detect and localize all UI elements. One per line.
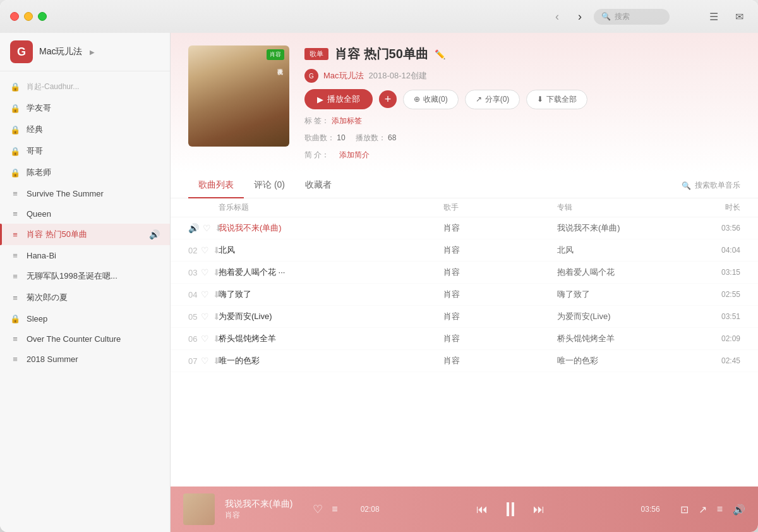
song-row-4[interactable]: 04 ♡ ⬇ 嗨了致了 肖容 嗨了致了 02:55 [171,284,758,306]
forward-button[interactable]: › [571,8,589,25]
song-number-4: 04 ♡ ⬇ [188,289,219,299]
song-row-2[interactable]: 02 ♡ ⬇ 北风 肖容 北风 04:04 [171,239,758,262]
like-icon[interactable]: ♡ [201,245,209,255]
song-title-7: 唯一的色彩 [219,355,260,366]
share-button[interactable]: ↗ 分享(0) [465,90,520,109]
like-button[interactable]: ♡ [313,502,323,516]
menu-button[interactable]: ☰ [705,8,723,25]
volume-button[interactable]: 🔊 [733,504,745,516]
playlist-icon: ≡ [10,250,20,260]
like-icon[interactable]: ♡ [201,267,209,277]
sidebar-item-label: 哥哥 [27,145,160,157]
col-artist: 歌手 [443,202,557,213]
sidebar-item-0[interactable]: 🔒 肖起-Caudhur... [0,76,170,97]
song-row-3[interactable]: 03 ♡ ⬇ 抱着爱人喝个花 ··· 肖容 抱着爱人喝个花 03:15 [171,262,758,284]
lyrics-button[interactable]: ⊡ [680,504,689,516]
song-actions-4: ♡ ⬇ [201,289,220,299]
download-button[interactable]: ⬇ 下载全部 [526,90,587,109]
song-duration-6: 02:09 [696,334,740,343]
tab-collectors[interactable]: 收藏者 [295,173,342,198]
next-button[interactable]: ⏭ [533,503,544,516]
add-tag-link[interactable]: 添加标签 [332,116,362,125]
song-artist-1: 肖容 [443,222,557,234]
playlist-meta: 标 签： 添加标签 [304,116,740,126]
pause-button[interactable]: ⏸ [500,498,520,521]
player-right-controls: ⊡ ↗ ≡ 🔊 [680,504,745,516]
sidebar-item-11[interactable]: 🔒 Sleep [0,308,170,329]
tag-label: 标 签： 添加标签 [304,116,362,126]
song-title-cell-5: 为爱而安(Live) [219,311,443,322]
sidebar-item-10[interactable]: ≡ 菊次郎の夏 [0,287,170,308]
sidebar-item-12[interactable]: ≡ Over The Counter Culture [0,329,170,349]
sidebar-item-5[interactable]: ≡ Survive The Summer [0,183,170,203]
creator-name[interactable]: Mac玩儿法 [323,70,364,82]
creator-avatar: G [304,69,318,83]
minimize-button[interactable] [24,12,33,21]
sidebar-item-2[interactable]: 🔒 经典 [0,119,170,140]
like-icon[interactable]: ♡ [203,223,211,233]
playlist-header: 肖容 夜说我不来 歌单 肖容 热门50单曲 ✏️ G Mac玩儿法 2018-0… [171,33,758,173]
song-album-4: 嗨了致了 [557,289,696,300]
tab-comments[interactable]: 评论 (0) [244,173,295,198]
tab-songs[interactable]: 歌曲列表 [188,173,244,198]
sidebar-item-label: 无聊军队1998圣诞在嗯... [27,270,160,282]
edit-icon[interactable]: ✏️ [435,49,445,59]
tabs-bar: 歌曲列表 评论 (0) 收藏者 🔍 搜索歌单音乐 [171,173,758,198]
lock-icon: 🔒 [10,103,20,113]
collect-button[interactable]: ⊕ 收藏(0) [403,90,459,109]
playlist-icon: ≡ [10,209,20,219]
like-icon[interactable]: ♡ [201,289,209,299]
back-button[interactable]: ‹ [548,8,566,25]
sidebar-item-4[interactable]: 🔒 陈老师 [0,162,170,183]
sidebar-item-6[interactable]: ≡ Queen [0,203,170,224]
lock-icon: 🔒 [10,167,20,178]
maximize-button[interactable] [38,12,47,21]
player-info: 我说我不来(单曲) 肖容 [225,499,292,521]
sidebar-item-7[interactable]: ≡ 肖容 热门50单曲 🔊 [0,224,170,245]
song-row-1[interactable]: 🔊 ♡ ⬇ 我说我不来(单曲) 肖容 我说我不来(单曲) 03:56 [171,217,758,239]
close-button[interactable] [10,12,19,21]
like-icon[interactable]: ♡ [201,311,209,322]
sidebar-item-1[interactable]: 🔒 学友哥 [0,97,170,119]
add-button[interactable]: + [379,90,397,108]
add-desc-link[interactable]: 添加简介 [339,150,370,160]
sidebar-item-13[interactable]: ≡ 2018 Summer [0,349,170,369]
search-box[interactable]: 🔍 搜索 [594,9,670,25]
playlist-button[interactable]: ≡ [332,504,337,515]
tabs-search[interactable]: 🔍 搜索歌单音乐 [682,180,740,191]
titlebar: ‹ › 🔍 搜索 ☰ ✉ [0,0,758,33]
song-actions-2: ♡ ⬇ [201,245,220,255]
song-number-6: 06 ♡ ⬇ [188,334,219,344]
share-button[interactable]: ↗ [699,504,707,516]
prev-button[interactable]: ⏮ [476,503,488,516]
song-number-5: 05 ♡ ⬇ [188,311,219,322]
sidebar-item-8[interactable]: ≡ Hana-Bi [0,245,170,265]
song-actions-6: ♡ ⬇ [201,334,220,344]
queue-button[interactable]: ≡ [717,504,723,515]
mail-button[interactable]: ✉ [730,8,748,25]
playlist-title-row: 歌单 肖容 热门50单曲 ✏️ [304,45,740,63]
main-layout: G Mac玩儿法 ▶ 🔒 肖起-Caudhur... 🔒 学友哥 🔒 经典 [0,33,758,532]
col-duration: 时长 [696,202,740,213]
song-duration-4: 02:55 [696,290,740,299]
song-row-6[interactable]: 06 ♡ ⬇ 桥头馄饨烤全羊 肖容 桥头馄饨烤全羊 02:09 [171,328,758,350]
cover-overlay: 肖容 [188,45,289,64]
nav-buttons: ‹ › 🔍 搜索 [548,8,670,25]
playlist-desc: 简 介： 添加简介 [304,150,740,160]
song-row-5[interactable]: 05 ♡ ⬇ 为爱而安(Live) 肖容 为爱而安(Live) 03:51 [171,306,758,328]
play-all-button[interactable]: ▶ 播放全部 [304,89,373,109]
like-icon[interactable]: ♡ [201,356,209,366]
lock-icon: 🔒 [10,82,20,92]
playlist-creator: G Mac玩儿法 2018-08-12创建 [304,69,740,83]
song-album-2: 北风 [557,245,696,256]
like-icon[interactable]: ♡ [201,334,209,344]
share-icon: ↗ [476,95,482,104]
sidebar-header[interactable]: G Mac玩儿法 ▶ [0,33,170,71]
sidebar-item-9[interactable]: ≡ 无聊军队1998圣诞在嗯... [0,265,170,287]
speaker-icon: 🔊 [188,223,199,233]
lock-icon: 🔒 [10,124,20,135]
play-count-info: 播放数： 68 [356,133,397,143]
player-bar: 我说我不来(单曲) 肖容 ♡ ≡ 02:08 ⏮ ⏸ ⏭ 03:56 ⊡ ↗ [171,487,758,532]
sidebar-item-3[interactable]: 🔒 哥哥 [0,140,170,162]
song-row-7[interactable]: 07 ♡ ⬇ 唯一的色彩 肖容 唯一的色彩 02:45 [171,350,758,372]
